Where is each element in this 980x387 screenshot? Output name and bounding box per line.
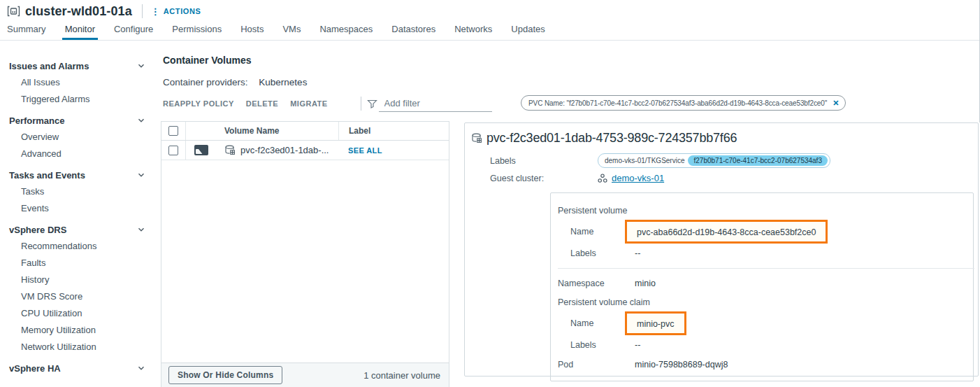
filter-chip-text: PVC Name: "f27b0b71-c70e-41c7-bcc2-07b62… bbox=[528, 99, 827, 107]
chevron-down-icon bbox=[137, 364, 145, 372]
table-header-row: Volume Name Label bbox=[161, 122, 449, 141]
pod-row: Pod minio-7598b8689-dqwj8 bbox=[558, 355, 973, 374]
guest-cluster-link[interactable]: demo-vks-01 bbox=[612, 173, 664, 183]
container-volume-icon bbox=[471, 133, 482, 143]
tab-datastores[interactable]: Datastores bbox=[390, 24, 437, 40]
tab-hosts[interactable]: Hosts bbox=[239, 24, 265, 40]
sidebar-item-all-issues[interactable]: All Issues bbox=[0, 74, 161, 91]
persistent-volume-claim-section: Persistent volume claim bbox=[558, 293, 973, 311]
sidebar-item-tasks[interactable]: Tasks bbox=[0, 183, 161, 200]
kebab-icon: ⋮ bbox=[151, 7, 160, 16]
tab-bar: Summary Monitor Configure Permissions Ho… bbox=[0, 22, 980, 41]
toolbar-divider bbox=[361, 97, 361, 111]
column-header-label[interactable]: Label bbox=[338, 122, 449, 140]
filter-input-wrap bbox=[379, 95, 492, 112]
volume-detail-card: Persistent volume Name pvc-aba66d2d-d19b… bbox=[550, 192, 974, 381]
reapply-policy-button[interactable]: REAPPLY POLICY bbox=[163, 99, 234, 108]
pv-name-row: Name pvc-aba66d2d-d19b-4643-8cca-ceae53b… bbox=[558, 220, 973, 244]
pod-label: Pod bbox=[558, 360, 635, 370]
tab-namespaces[interactable]: Namespaces bbox=[318, 24, 374, 40]
detail-view-icon[interactable] bbox=[194, 145, 208, 155]
container-volume-icon bbox=[224, 145, 236, 155]
sidebar-item-events[interactable]: Events bbox=[0, 200, 161, 217]
label-chip-highlight: f27b0b71-c70e-41c7-bcc2-07b627534af3 bbox=[688, 155, 827, 166]
sidebar-item-history[interactable]: History bbox=[0, 272, 161, 288]
row-volume-name-cell: pvc-f2c3ed01-1dab-... bbox=[216, 145, 338, 155]
delete-button[interactable]: DELETE bbox=[246, 99, 278, 108]
container-volumes-title: Container Volumes bbox=[163, 55, 252, 66]
labels-row: Labels demo-vks-01/TKGService f27b0b71-c… bbox=[490, 153, 978, 168]
chevron-down-icon bbox=[137, 116, 145, 125]
row-label-cell: SEE ALL bbox=[338, 141, 449, 160]
sidebar-item-memory-utilization[interactable]: Memory Utilization bbox=[0, 322, 161, 339]
pvc-name-value: minio-pvc bbox=[637, 319, 675, 329]
pvc-labels-label: Labels bbox=[570, 340, 635, 350]
namespace-row: Namespace minio bbox=[558, 274, 973, 293]
select-all-checkbox[interactable] bbox=[168, 126, 178, 136]
container-volumes-table: Volume Name Label pvc-f2c3ed01-1dab-... … bbox=[161, 121, 449, 387]
volumes-toolbar: REAPPLY POLICY DELETE MIGRATE bbox=[163, 95, 492, 112]
pv-name-value: pvc-aba66d2d-d19b-4643-8cca-ceae53bf2ce0 bbox=[637, 227, 816, 237]
remove-filter-icon[interactable]: ✕ bbox=[833, 99, 839, 107]
guest-cluster-label: Guest cluster: bbox=[490, 174, 598, 183]
row-detail-cell bbox=[185, 141, 216, 160]
persistent-volume-section: Persistent volume bbox=[558, 202, 973, 220]
show-or-hide-columns-button[interactable]: Show Or Hide Columns bbox=[168, 366, 282, 384]
pvc-labels-row: Labels -- bbox=[558, 335, 973, 355]
tab-networks[interactable]: Networks bbox=[453, 24, 493, 40]
sidebar-section-performance[interactable]: Performance bbox=[0, 112, 161, 129]
pv-labels-label: Labels bbox=[570, 248, 635, 258]
actions-label: ACTIONS bbox=[164, 7, 201, 15]
row-checkbox-cell bbox=[161, 141, 185, 160]
container-providers-row: Container providers: Kubernetes bbox=[163, 77, 307, 87]
page-title: cluster-wld01-01a bbox=[25, 4, 132, 19]
guest-cluster-icon bbox=[598, 174, 607, 183]
sidebar-item-network-utilization[interactable]: Network Utilization bbox=[0, 339, 161, 356]
pv-labels-value: -- bbox=[635, 248, 640, 258]
detail-panel-title: pvc-f2c3ed01-1dab-4753-989c-724357bb7f66 bbox=[487, 131, 737, 146]
detail-title-row: pvc-f2c3ed01-1dab-4753-989c-724357bb7f66 bbox=[465, 123, 978, 148]
sidebar-item-advanced[interactable]: Advanced bbox=[0, 146, 161, 162]
header-checkbox-cell bbox=[161, 122, 185, 140]
card-divider bbox=[558, 268, 974, 269]
sidebar-item-cpu-utilization[interactable]: CPU Utilization bbox=[0, 305, 161, 322]
migrate-button[interactable]: MIGRATE bbox=[290, 99, 327, 108]
chevron-down-icon bbox=[137, 62, 145, 70]
table-row[interactable]: pvc-f2c3ed01-1dab-... SEE ALL bbox=[161, 141, 449, 160]
sidebar-item-vm-drs-score[interactable]: VM DRS Score bbox=[0, 288, 161, 305]
sidebar-item-triggered-alarms[interactable]: Triggered Alarms bbox=[0, 91, 161, 108]
tab-configure[interactable]: Configure bbox=[113, 24, 154, 40]
sidebar-item-overview[interactable]: Overview bbox=[0, 129, 161, 146]
tab-updates[interactable]: Updates bbox=[510, 24, 546, 40]
sidebar-item-recommendations[interactable]: Recommendations bbox=[0, 238, 161, 255]
column-header-volume-name[interactable]: Volume Name bbox=[216, 126, 338, 136]
tab-vms[interactable]: VMs bbox=[281, 24, 302, 40]
chevron-down-icon bbox=[137, 171, 145, 179]
pv-labels-row: Labels -- bbox=[558, 244, 973, 263]
guest-cluster-row: Guest cluster: demo-vks-01 bbox=[490, 173, 978, 183]
pvc-filter-chip[interactable]: PVC Name: "f27b0b71-c70e-41c7-bcc2-07b62… bbox=[521, 95, 846, 111]
tab-summary[interactable]: Summary bbox=[6, 24, 48, 40]
header-spacer-cell bbox=[185, 122, 216, 140]
pod-value: minio-7598b8689-dqwj8 bbox=[635, 360, 728, 370]
actions-menu-button[interactable]: ⋮ ACTIONS bbox=[151, 7, 201, 16]
volume-name-link[interactable]: pvc-f2c3ed01-1dab-... bbox=[240, 145, 329, 155]
tab-monitor[interactable]: Monitor bbox=[64, 24, 96, 40]
providers-label: Container providers: bbox=[163, 77, 248, 87]
sidebar-section-issues-and-alarms[interactable]: Issues and Alarms bbox=[0, 57, 161, 74]
row-count: 1 container volume bbox=[363, 370, 440, 381]
row-checkbox[interactable] bbox=[168, 146, 178, 155]
pvc-name-row: Name minio-pvc bbox=[558, 311, 973, 335]
annotation-highlight-box: minio-pvc bbox=[625, 311, 686, 335]
cluster-icon bbox=[7, 6, 20, 17]
sidebar-section-tasks-and-events[interactable]: Tasks and Events bbox=[0, 167, 161, 183]
add-filter-input[interactable] bbox=[384, 98, 468, 108]
sidebar-section-vsphere-drs[interactable]: vSphere DRS bbox=[0, 221, 161, 238]
sidebar-section-vsphere-ha[interactable]: vSphere HA bbox=[0, 360, 161, 377]
sidebar-item-faults[interactable]: Faults bbox=[0, 255, 161, 272]
header-divider bbox=[142, 4, 143, 18]
see-all-link[interactable]: SEE ALL bbox=[348, 146, 382, 155]
pvc-labels-value: -- bbox=[635, 340, 640, 350]
tab-permissions[interactable]: Permissions bbox=[171, 24, 223, 40]
namespace-label: Namespace bbox=[558, 279, 635, 288]
